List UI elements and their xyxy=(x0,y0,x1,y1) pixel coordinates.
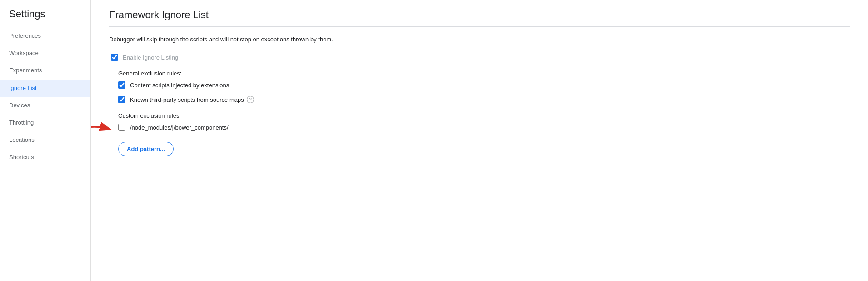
annotation-arrow-2 xyxy=(91,120,116,138)
help-icon[interactable]: ? xyxy=(247,96,254,103)
content-scripts-checkbox[interactable] xyxy=(118,81,125,89)
main-content: Framework Ignore List Debugger will skip… xyxy=(91,0,868,281)
enable-ignore-label[interactable]: Enable Ignore Listing xyxy=(123,54,178,61)
sidebar-item-shortcuts[interactable]: Shortcuts xyxy=(0,149,90,166)
sidebar-item-workspace[interactable]: Workspace xyxy=(0,45,90,62)
sidebar-item-throttling[interactable]: Throttling xyxy=(0,114,90,131)
third-party-scripts-checkbox[interactable] xyxy=(118,96,125,103)
third-party-scripts-label[interactable]: Known third-party scripts from source ma… xyxy=(130,96,244,103)
general-exclusion-section: General exclusion rules: Content scripts… xyxy=(118,70,850,103)
app-title: Settings xyxy=(0,0,90,27)
third-party-scripts-row: Known third-party scripts from source ma… xyxy=(118,96,850,103)
divider xyxy=(109,26,850,27)
enable-ignore-checkbox[interactable] xyxy=(111,54,118,61)
sidebar: Settings Preferences Workspace Experimen… xyxy=(0,0,91,281)
enable-ignore-row: Enable Ignore Listing xyxy=(111,54,850,61)
page-title: Framework Ignore List xyxy=(109,9,850,21)
custom-exclusion-heading: Custom exclusion rules: xyxy=(118,112,850,119)
add-pattern-button[interactable]: Add pattern... xyxy=(118,142,174,156)
content-scripts-label[interactable]: Content scripts injected by extensions xyxy=(130,82,229,89)
general-exclusion-heading: General exclusion rules: xyxy=(118,70,850,77)
sidebar-item-locations[interactable]: Locations xyxy=(0,131,90,149)
sidebar-item-devices[interactable]: Devices xyxy=(0,97,90,114)
content-scripts-row: Content scripts injected by extensions xyxy=(118,81,850,89)
node-modules-checkbox[interactable] xyxy=(118,124,125,131)
custom-exclusion-section: Custom exclusion rules: /node_modules/|/… xyxy=(118,112,850,156)
description: Debugger will skip through the scripts a… xyxy=(109,36,850,43)
node-modules-row: /node_modules/|/bower_components/ xyxy=(118,124,850,131)
sidebar-item-ignore-list[interactable]: Ignore List xyxy=(0,80,90,97)
sidebar-item-experiments[interactable]: Experiments xyxy=(0,62,90,79)
node-modules-label[interactable]: /node_modules/|/bower_components/ xyxy=(130,124,229,131)
sidebar-item-preferences[interactable]: Preferences xyxy=(0,27,90,45)
